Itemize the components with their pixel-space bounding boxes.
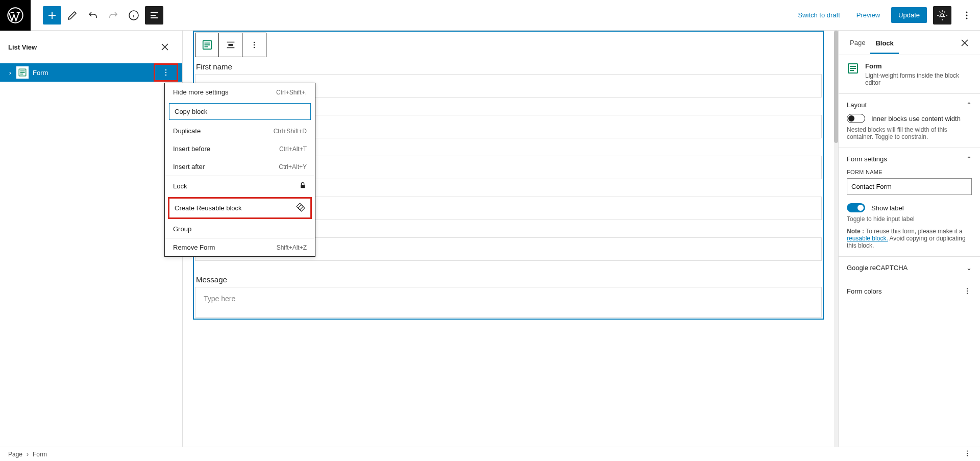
kebab-icon [961, 9, 973, 21]
plus-icon [46, 9, 58, 21]
block-toolbar [195, 33, 266, 57]
align-icon [225, 39, 236, 51]
layout-help-text: Nested blocks will fill the width of thi… [847, 126, 972, 140]
listview-item-form[interactable]: › Form [0, 63, 182, 82]
kebab-icon [963, 286, 972, 296]
menu-hide-more-settings[interactable]: Hide more settings Ctrl+Shift+, [165, 83, 315, 101]
svg-point-13 [254, 44, 255, 46]
svg-point-18 [967, 293, 968, 294]
toggle-show-label-label: Show label [871, 204, 904, 212]
block-description: Light-weight forms inside the block edit… [865, 72, 972, 86]
svg-point-12 [254, 42, 255, 43]
svg-point-17 [967, 290, 968, 292]
kebab-icon [249, 40, 259, 50]
preview-button[interactable]: Preview [851, 8, 885, 22]
listview-toggle-button[interactable] [145, 6, 163, 25]
settings-button[interactable] [933, 6, 951, 25]
show-label-help: Toggle to hide input label [847, 215, 972, 223]
menu-insert-after[interactable]: Insert after Ctrl+Alt+Y [165, 158, 315, 176]
canvas-scrollbar[interactable] [834, 31, 838, 447]
block-more-button[interactable] [242, 33, 266, 57]
form-name-label: FORM NAME [847, 169, 972, 175]
block-type-button[interactable] [195, 33, 219, 57]
block-options-menu: Hide more settings Ctrl+Shift+, Copy blo… [164, 83, 315, 257]
edit-button[interactable] [63, 6, 82, 25]
menu-lock[interactable]: Lock [165, 176, 315, 196]
listview-close-button[interactable] [156, 38, 174, 56]
switch-to-draft-button[interactable]: Switch to draft [793, 8, 845, 22]
close-icon [159, 41, 171, 53]
listview-item-label: Form [33, 69, 48, 77]
more-options-button[interactable] [958, 6, 976, 25]
svg-point-14 [254, 47, 255, 48]
field-label-first-name: First name [194, 58, 823, 73]
menu-remove-form[interactable]: Remove Form Shift+Alt+Z [165, 238, 315, 256]
menu-duplicate[interactable]: Duplicate Ctrl+Shift+D [165, 122, 315, 140]
section-layout-heading[interactable]: Layout ⌃ [847, 101, 972, 109]
menu-insert-before[interactable]: Insert before Ctrl+Alt+T [165, 140, 315, 158]
svg-rect-19 [301, 185, 305, 188]
form-name-input[interactable] [847, 178, 972, 195]
section-form-settings-heading[interactable]: Form settings ⌃ [847, 155, 972, 163]
lock-icon [299, 181, 307, 191]
svg-point-16 [967, 288, 968, 289]
toggle-show-label[interactable] [847, 203, 865, 212]
form-icon [847, 62, 859, 75]
redo-icon [107, 9, 119, 21]
toggle-content-width[interactable] [847, 114, 865, 123]
listview-item-options-button[interactable] [154, 63, 178, 82]
svg-point-5 [966, 17, 968, 19]
field-label-message: Message [194, 271, 823, 286]
svg-point-4 [966, 14, 968, 16]
form-icon [202, 39, 213, 51]
chevron-right-icon[interactable]: › [4, 69, 16, 77]
sidebar-close-button[interactable] [955, 34, 974, 52]
editor-topbar: Switch to draft Preview Update [0, 0, 980, 31]
block-info: Form Light-weight forms inside the block… [847, 62, 972, 86]
wordpress-icon [7, 7, 23, 23]
svg-rect-11 [228, 44, 233, 46]
align-button[interactable] [219, 33, 242, 57]
info-button[interactable] [125, 6, 143, 25]
undo-button[interactable] [84, 6, 102, 25]
chevron-down-icon: ⌄ [966, 264, 972, 272]
pencil-icon [66, 9, 79, 21]
svg-point-3 [966, 11, 968, 13]
listview-panel: List View › Form [0, 31, 183, 447]
tab-block[interactable]: Block [870, 32, 898, 54]
section-recaptcha-heading[interactable]: Google reCAPTCHA ⌄ [847, 264, 972, 272]
toggle-content-width-label: Inner blocks use content width [871, 115, 961, 123]
gear-icon [936, 9, 948, 21]
reusable-block-link[interactable]: reusable block. [847, 235, 888, 242]
reusable-note: Note : To reuse this form, please make i… [847, 228, 972, 249]
svg-point-7 [165, 69, 167, 71]
undo-icon [87, 9, 99, 21]
block-title: Form [865, 62, 972, 70]
tab-page[interactable]: Page [845, 32, 870, 54]
info-icon [128, 9, 140, 21]
menu-copy-block[interactable]: Copy block [169, 103, 311, 120]
wordpress-logo[interactable] [0, 0, 31, 31]
listview-title: List View [8, 43, 37, 51]
chevron-up-icon: ⌃ [966, 155, 972, 163]
update-button[interactable]: Update [891, 7, 927, 23]
section-formcolors-heading[interactable]: Form colors [847, 286, 972, 296]
add-block-button[interactable] [43, 6, 61, 25]
menu-group[interactable]: Group [165, 220, 315, 238]
listview-header: List View [0, 31, 182, 63]
listview-icon [148, 9, 160, 21]
svg-point-2 [941, 14, 944, 17]
menu-create-reusable-block[interactable]: Create Reusable block [168, 197, 312, 219]
settings-sidebar: Page Block Form Light-weight forms insid… [838, 31, 980, 447]
kebab-icon [161, 67, 171, 78]
reusable-icon [296, 203, 305, 213]
svg-point-9 [165, 75, 167, 76]
chevron-up-icon: ⌃ [966, 101, 972, 109]
svg-point-8 [165, 72, 167, 74]
message-input[interactable]: Type here [195, 287, 822, 318]
close-icon [959, 37, 971, 49]
toolbar-right: Switch to draft Preview Update [793, 6, 980, 25]
redo-button[interactable] [104, 6, 122, 25]
form-block-icon [16, 66, 29, 79]
toolbar-left [43, 6, 163, 25]
